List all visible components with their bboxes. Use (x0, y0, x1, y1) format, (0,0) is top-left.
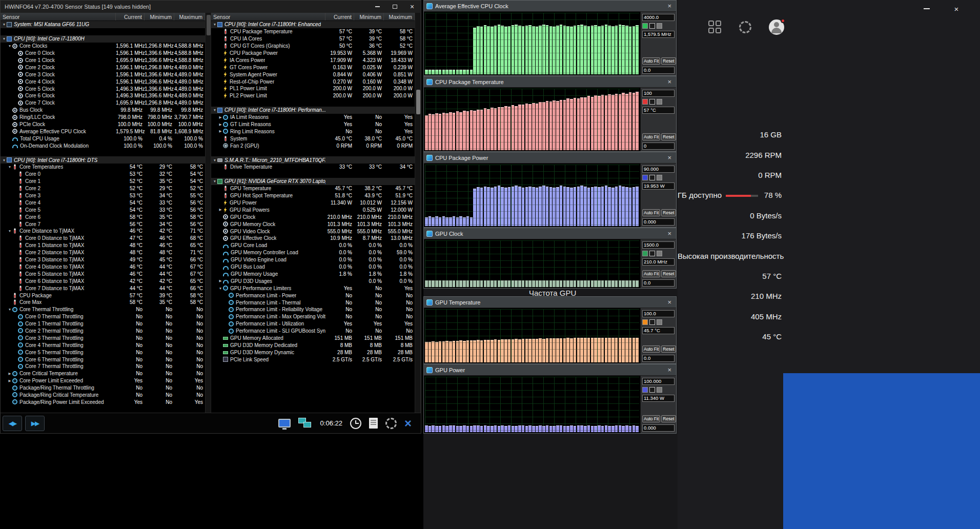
sensor-row[interactable]: ▶Core Critical TemperatureNoNoNo (1, 370, 205, 377)
scale-min-input[interactable]: 0.0 (642, 279, 675, 287)
sensor-row[interactable]: Package/Ring Power Limit ExceededYesNoYe… (1, 398, 205, 405)
sensor-row[interactable]: Core 756 °C34 °C56 °C (1, 220, 205, 228)
settings-gear-icon[interactable] (739, 21, 751, 33)
sensor-row[interactable]: Core 1 Thermal ThrottlingNoNoNo (1, 320, 205, 328)
color-swatch[interactable] (657, 175, 662, 180)
sensor-row[interactable]: Core 4 Clock1,596.1 MHz1,396.6 MHz4,489.… (1, 78, 205, 85)
scale-min-input[interactable]: 0.000 (642, 424, 675, 432)
sensor-row[interactable]: GPU Memory Controller Load0.0 %0.0 %59.0… (211, 249, 415, 256)
quit-icon[interactable]: × (404, 418, 412, 429)
sensor-row[interactable]: GPU Video Engine Load0.0 %0.0 %0.0 % (211, 256, 415, 263)
computer-monitor-icon[interactable] (278, 419, 291, 428)
sensor-row[interactable]: Core 0 Thermal ThrottlingNoNoNo (1, 313, 205, 320)
scale-max-input[interactable]: 100.000 (642, 378, 675, 385)
series-color-swatch[interactable] (642, 319, 648, 325)
auto-fit-button[interactable]: Auto Fit (642, 270, 660, 277)
sensor-row[interactable]: CPU Package Power19.953 W5.368 W19.969 W (211, 50, 415, 57)
scale-max-input[interactable]: 90.000 (642, 166, 675, 173)
sensor-row[interactable]: Drive Temperature33 °C33 °C34 °C (211, 164, 415, 171)
auto-fit-button[interactable]: Auto Fit (642, 345, 660, 353)
scrollbar[interactable] (205, 13, 211, 413)
series-color-swatch[interactable] (642, 251, 648, 256)
settings-gear-icon[interactable] (385, 418, 397, 429)
sensor-row[interactable]: Core 1 Clock1,695.9 MHz1,396.6 MHz4,588.… (1, 57, 205, 64)
close-icon[interactable]: × (665, 366, 673, 374)
column-header-minimum[interactable]: Minimum (145, 13, 174, 21)
close-button[interactable]: × (403, 1, 421, 13)
sensor-row[interactable]: Core 5 Thermal ThrottlingNoNoNo (1, 349, 205, 356)
sensor-row[interactable]: Core 3 Thermal ThrottlingNoNoNo (1, 334, 205, 341)
sensor-row[interactable]: Core 6 Distance to TjMAX42 °C42 °C65 °C (1, 277, 205, 284)
column-header-maximum[interactable]: Maximum (174, 13, 205, 21)
expand-icon[interactable]: ▶ (218, 123, 223, 127)
sensor-row[interactable]: Fan 2 (GPU)0 RPM0 RPM0 RPM (211, 142, 415, 149)
color-swatch[interactable] (649, 251, 655, 256)
sensor-row[interactable]: Package/Ring Thermal ThrottlingNoNoNo (1, 384, 205, 392)
sensor-row[interactable]: System Agent Power0.844 W0.406 W0.851 W (211, 71, 415, 78)
sensor-group-row[interactable]: ▼GPU [#1]: NVIDIA GeForce RTX 3070 Lapto… (211, 178, 415, 185)
sensor-row[interactable]: GPU Power11.340 W10.012 W12.156 W (211, 199, 415, 207)
scale-max-input[interactable]: 100 (642, 90, 675, 97)
sensor-row[interactable]: PL1 Power Limit200.0 W200.0 W200.0 W (211, 85, 415, 92)
scale-max-input[interactable]: 100.0 (642, 310, 675, 317)
expand-icon[interactable]: ▶ (218, 115, 223, 119)
sensor-row[interactable]: Core 658 °C35 °C58 °C (1, 213, 205, 220)
column-header-sensor[interactable]: Sensor (1, 13, 116, 21)
sensor-row[interactable]: Core 5 Clock1,496.3 MHz1,396.6 MHz4,489.… (1, 85, 205, 92)
graph-titlebar[interactable]: CPU Package Power× (424, 152, 676, 164)
sensor-row[interactable]: GPU Effective Clock10.9 MHz8.7 MHz13.0 M… (211, 235, 415, 242)
sensor-row[interactable]: ▼Core Distance to TjMAX46 °C42 °C71 °C (1, 228, 205, 235)
series-color-swatch[interactable] (642, 23, 648, 29)
sensor-group-row[interactable]: ▼CPU [#0]: Intel Core i7-11800H: DTS (1, 156, 205, 164)
remote-monitoring-icon[interactable] (298, 418, 313, 429)
close-icon[interactable]: × (665, 154, 673, 161)
color-swatch[interactable] (649, 23, 655, 29)
sensor-row[interactable]: Core 2 Thermal ThrottlingNoNoNo (1, 328, 205, 335)
sensor-row[interactable]: Core 7 Distance to TjMAX44 °C44 °C66 °C (1, 284, 205, 292)
auto-fit-button[interactable]: Auto Fit (642, 209, 660, 216)
sensor-row[interactable]: Performance Limit - UtilizationYesYesYes (211, 320, 415, 328)
close-icon[interactable]: × (665, 2, 673, 10)
color-swatch[interactable] (657, 251, 662, 256)
sensor-row[interactable]: GPU Clock210.0 MHz210.0 MHz210.0 MHz (211, 213, 415, 220)
sensor-row[interactable]: GPU Hot Spot Temperature51.8 °C43.9 °C51… (211, 192, 415, 199)
sensor-row[interactable]: PCIe Clock100.0 MHz100.0 MHz100.0 MHz (1, 121, 205, 128)
sensor-row[interactable]: Average Effective CPU Clock1,579.5 MHz81… (1, 128, 205, 135)
sensor-row[interactable]: PL2 Power Limit200.0 W200.0 W200.0 W (211, 92, 415, 99)
sensor-row[interactable]: CPU IA Cores57 °C39 °C58 °C (211, 35, 415, 43)
scale-min-input[interactable]: 0.0 (642, 67, 675, 74)
scale-max-input[interactable]: 4000.0 (642, 14, 675, 21)
sensor-row[interactable]: Core 1 Distance to TjMAX48 °C46 °C65 °C (1, 242, 205, 249)
column-header-minimum[interactable]: Minimum (354, 13, 384, 21)
sensor-row[interactable]: Core 3 Distance to TjMAX49 °C45 °C66 °C (1, 256, 205, 263)
minimize-button[interactable] (916, 2, 937, 15)
current-value-box[interactable]: 210.0 MHz (642, 258, 675, 266)
sensor-row[interactable]: Core 6 Clock1,496.3 MHz1,396.6 MHz4,489.… (1, 92, 205, 99)
collapse-icon[interactable]: ▼ (218, 287, 223, 290)
reset-button[interactable]: Reset (661, 57, 676, 65)
sensor-row[interactable]: GPU Memory Usage1.8 %1.8 %1.8 % (211, 271, 415, 278)
color-swatch[interactable] (649, 319, 655, 325)
sensor-row[interactable]: GPU Bus Load0.0 %0.0 %0.0 % (211, 263, 415, 271)
close-icon[interactable]: × (665, 230, 673, 237)
graph-titlebar[interactable]: Average Effective CPU Clock× (424, 1, 676, 12)
scale-min-input[interactable]: 0 (642, 143, 675, 150)
sensor-group-row[interactable]: ▼CPU [#0]: Intel Core i7-11800H: Enhance… (211, 21, 415, 28)
sensor-row[interactable]: System45.0 °C38.0 °C45.0 °C (211, 135, 415, 142)
sensor-row[interactable]: GPU Core Load0.0 %0.0 %0.0 % (211, 242, 415, 249)
sensor-group-row[interactable]: ▼CPU [#0]: Intel Core i7-11800H (1, 35, 205, 43)
sensor-row[interactable]: Rest-of-Chip Power0.270 W0.160 W0.348 W (211, 78, 415, 85)
column-header-maximum[interactable]: Maximum (384, 13, 415, 21)
sensor-row[interactable]: Core 4 Thermal ThrottlingNoNoNo (1, 341, 205, 349)
column-header-current[interactable]: Current (116, 13, 145, 21)
collapse-icon[interactable]: ▼ (2, 158, 7, 162)
sensor-row[interactable]: Core 2 Clock1,596.1 MHz1,296.8 MHz4,489.… (1, 64, 205, 71)
scrollbar[interactable] (415, 13, 421, 413)
sensor-row[interactable]: Performance Limit - ThermalNoNoNo (211, 299, 415, 306)
sensor-row[interactable]: Core 3 Clock1,596.1 MHz1,396.6 MHz4,489.… (1, 71, 205, 78)
current-value-box[interactable]: 45.7 °C (642, 327, 675, 334)
sensor-row[interactable]: ▼Core Temperatures54 °C29 °C58 °C (1, 164, 205, 171)
sensor-row[interactable]: Performance Limit - Max Operating Voltag… (211, 313, 415, 320)
current-value-box[interactable]: 11.340 W (642, 395, 675, 402)
close-button[interactable]: × (946, 2, 967, 15)
